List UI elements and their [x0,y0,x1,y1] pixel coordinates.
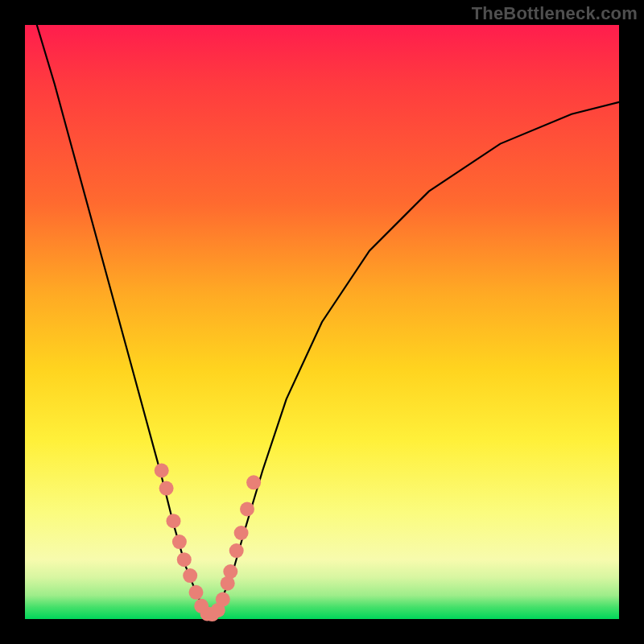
marker-dot [189,585,204,600]
marker-dot [167,514,181,528]
marker-dot [216,592,230,607]
marker-dot [229,543,244,558]
marker-dot [172,535,187,549]
chart-svg [25,25,619,619]
curve-markers [155,464,261,622]
marker-dot [234,526,249,540]
chart-frame: TheBottleneck.com [0,0,644,644]
marker-dot [177,552,192,567]
plot-area [25,25,619,619]
marker-dot [246,475,261,489]
marker-dot [183,568,197,583]
watermark-text: TheBottleneck.com [472,3,638,24]
marker-dot [240,502,254,517]
marker-dot [159,481,174,496]
bottleneck-curve [37,25,619,613]
marker-dot [155,464,169,478]
marker-dot [223,564,237,579]
